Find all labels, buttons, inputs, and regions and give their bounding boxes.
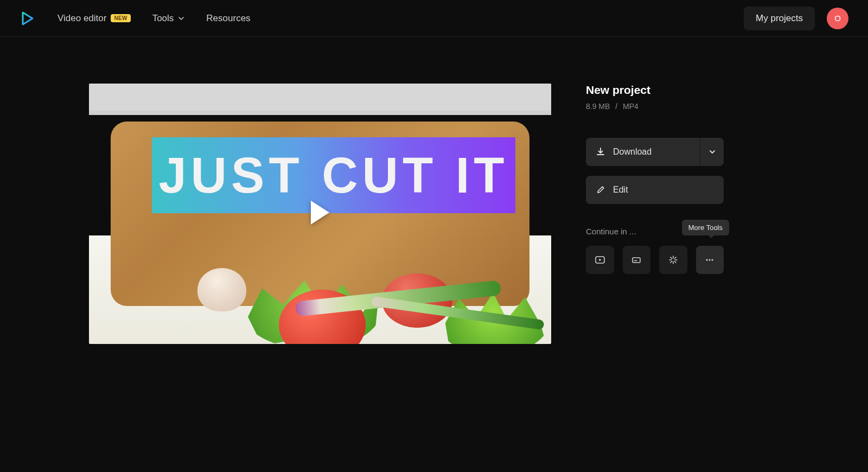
more-tools-tooltip: More Tools	[682, 220, 729, 235]
download-dropdown-button[interactable]	[700, 138, 724, 166]
subtitle-icon	[630, 254, 642, 266]
continue-video-button[interactable]	[586, 246, 614, 274]
download-button[interactable]: Download	[586, 138, 700, 166]
header-right: My projects O	[744, 7, 848, 30]
continue-compress-button[interactable]	[659, 246, 687, 274]
new-badge: NEW	[111, 14, 130, 22]
compress-icon	[667, 254, 679, 266]
nav-tools[interactable]: Tools	[152, 13, 185, 24]
project-title: New project	[586, 84, 724, 97]
nav-video-editor-label: Video editor	[58, 13, 106, 24]
chevron-down-icon	[709, 148, 716, 156]
svg-point-4	[712, 259, 713, 260]
app-logo[interactable]	[20, 10, 36, 27]
chevron-down-icon	[178, 15, 184, 22]
main-content: JUST CUT IT New project 8.9 MB / MP4 Dow…	[0, 37, 868, 366]
continue-subtitle-button[interactable]	[623, 246, 651, 274]
ellipsis-icon	[704, 254, 716, 266]
pencil-icon	[596, 185, 605, 195]
svg-point-2	[706, 259, 708, 260]
edit-label: Edit	[613, 185, 628, 195]
my-projects-button[interactable]: My projects	[744, 7, 815, 30]
video-play-icon	[594, 254, 606, 266]
logo-play-icon	[20, 10, 36, 27]
preview-wall	[89, 84, 551, 111]
play-icon[interactable]	[311, 201, 329, 225]
download-label: Download	[613, 147, 652, 157]
nav-video-editor[interactable]: Video editor NEW	[58, 13, 131, 24]
nav-tools-label: Tools	[152, 13, 174, 24]
project-size: 8.9 MB	[586, 102, 610, 111]
app-header: Video editor NEW Tools Resources My proj…	[0, 0, 868, 37]
avatar[interactable]: O	[827, 8, 848, 29]
project-sidebar: New project 8.9 MB / MP4 Download Edi	[586, 84, 724, 344]
video-preview[interactable]: JUST CUT IT	[89, 84, 551, 344]
more-tools-button[interactable]	[696, 246, 724, 274]
continue-icons: More Tools	[586, 246, 724, 274]
nav-resources-label: Resources	[206, 13, 250, 24]
nav-resources[interactable]: Resources	[206, 13, 250, 24]
edit-row: Edit	[586, 176, 724, 204]
preview-title-banner: JUST CUT IT	[152, 137, 515, 213]
edit-button[interactable]: Edit	[586, 176, 724, 204]
project-meta: 8.9 MB / MP4	[586, 102, 724, 111]
preview-title-text: JUST CUT IT	[158, 147, 508, 204]
project-format: MP4	[623, 102, 639, 111]
svg-point-3	[709, 259, 711, 260]
download-row: Download	[586, 138, 724, 166]
meta-separator: /	[615, 102, 617, 111]
header-left: Video editor NEW Tools Resources	[20, 10, 251, 27]
preview-onion	[197, 268, 246, 311]
download-icon	[596, 147, 605, 157]
svg-rect-1	[633, 258, 640, 263]
main-nav: Video editor NEW Tools Resources	[58, 13, 251, 24]
